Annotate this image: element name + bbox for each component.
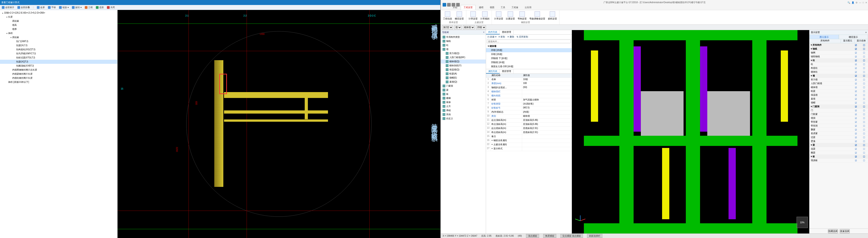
left-3d-viewport[interactable]: 2-1 2-2 2-D·2-C 15 1300 600 3200 感谢他把我 当… <box>118 10 440 238</box>
property-row[interactable]: 16+ 钢筋业务属性 <box>486 139 572 143</box>
display-row[interactable]: 构造柱☑☐ <box>809 66 868 70</box>
nav-item[interactable]: 常用构件类型 <box>441 35 486 39</box>
ribbon-button[interactable]: 计算设置 <box>469 11 477 20</box>
search-icon[interactable]: 🔍 <box>847 1 850 4</box>
nav-item[interactable]: 墙帽(E) <box>441 76 486 80</box>
close-icon[interactable]: ✕ <box>865 1 867 4</box>
nav-item[interactable]: 轴线 <box>441 39 486 43</box>
component-select[interactable]: 20墙 <box>476 25 486 29</box>
tab-element-display[interactable]: 图元显示 <box>809 35 839 39</box>
tree-row[interactable]: ▾体积 <box>0 31 117 35</box>
component-item[interactable]: 20隔墙 下 [外墙] <box>486 56 572 60</box>
qat-redo-icon[interactable] <box>456 3 460 6</box>
view-3d[interactable]: 三维 <box>85 6 93 9</box>
display-row[interactable]: 幕墙☑☐ <box>809 97 868 101</box>
ribbon-tab[interactable]: 工程量 <box>508 5 521 10</box>
tree-row[interactable]: 内墙两侧钢丝网片总长度 <box>0 68 117 72</box>
ribbon-tab[interactable]: 工程设置 <box>461 5 475 10</box>
component-item[interactable]: 屋面女儿墙-100 [外墙] <box>486 64 572 68</box>
floor-select[interactable]: 第2层 <box>442 25 453 29</box>
right-3d-viewport[interactable]: 10% <box>572 30 809 234</box>
component-search-input[interactable] <box>487 39 571 43</box>
nav-item[interactable]: 梁 <box>441 88 486 92</box>
property-row[interactable]: 11起点顶标高(m)层顶标高(5.86) <box>486 119 572 123</box>
property-row[interactable]: 3轴线距左墙皮...(50) <box>486 86 572 90</box>
display-row[interactable]: 人防门框墙☑☐ <box>809 82 868 86</box>
property-row[interactable]: 27+ 显示样式 <box>486 147 572 151</box>
display-row[interactable]: ▾ 所有构件☑☐ <box>809 43 868 47</box>
display-row[interactable]: ▾ 梁☑☐ <box>809 143 868 147</box>
display-row[interactable]: ▾ 门窗洞☑☐ <box>809 105 868 109</box>
display-row[interactable]: 墙洞☑☐ <box>809 116 868 120</box>
display-row[interactable]: 砌体柱☑☐ <box>809 70 868 74</box>
snap-toggle[interactable]: 交点捕捉 顶点捕捉 <box>560 234 583 238</box>
ribbon-button[interactable]: 弯曲调整值设置 <box>529 11 545 20</box>
tree-row[interactable]: 内墙梁钢丝网片长度 <box>0 72 117 76</box>
view-reset[interactable]: 还原 <box>96 6 104 9</box>
hide-selection-button[interactable]: 隐藏选择 <box>828 229 838 233</box>
tree-row[interactable]: 扣梁(XLTJ) <box>0 43 117 48</box>
view-fullscreen[interactable]: 全屏 <box>37 6 45 9</box>
nav-item[interactable]: 自定义 <box>441 117 486 121</box>
view-close[interactable]: 关闭 <box>107 6 115 9</box>
tab-drawing-mgmt[interactable]: 图纸管理 <box>500 30 514 34</box>
property-row[interactable]: 4砌体高栏 <box>486 90 572 94</box>
ribbon-tab[interactable]: 工具 <box>498 5 508 10</box>
panel-close-icon[interactable]: × <box>865 31 867 34</box>
tree-row[interactable]: 墙高 <box>0 23 117 27</box>
tree-row[interactable]: 墙厚 <box>0 27 117 31</box>
zoom-indicator[interactable]: 10% <box>797 217 808 228</box>
ribbon-button[interactable]: 工程信息 <box>443 11 452 20</box>
property-row[interactable]: 6材质加气混凝土砌块 <box>486 98 572 102</box>
component-item[interactable]: 20隔墙 [外墙] <box>486 60 572 64</box>
ribbon-tab[interactable]: 视图 <box>487 5 497 10</box>
display-row[interactable]: 柱☑☐ <box>809 62 868 66</box>
snap-toggle[interactable]: 顶点捕捉 <box>526 234 539 238</box>
property-row[interactable]: 9内/外墙标志(内墙) <box>486 110 572 115</box>
display-row[interactable]: 墙帽☑☐ <box>809 101 868 105</box>
user-icon[interactable]: 👤 <box>851 1 854 4</box>
nav-item[interactable]: 人防门框墙(RF) <box>441 55 486 59</box>
tree-row[interactable]: 扣梁(XQTJ) <box>0 60 117 64</box>
tree-row[interactable]: 扣砼过梁(XTGLTJ) <box>0 56 117 60</box>
display-row[interactable]: 剪力墙☑☐ <box>809 78 868 82</box>
display-row[interactable]: 保温墙☑☐ <box>809 93 868 97</box>
tree-row[interactable]: ▾原始量 <box>0 35 117 39</box>
subcategory-select[interactable]: 砌体墙 <box>463 25 475 29</box>
ribbon-tabs[interactable]: 开始工程设置建模视图工具工程量云应用 <box>441 5 868 10</box>
nav-item[interactable]: 保温墙(Q) <box>441 68 486 72</box>
display-row[interactable]: 门联窗☑☐ <box>809 113 868 116</box>
qat-save-icon[interactable] <box>447 3 451 6</box>
property-row[interactable]: 8砂浆标号(M2.5) <box>486 106 572 110</box>
nav-item[interactable]: 其他 <box>441 113 486 117</box>
display-row[interactable]: 飘窗☑☐ <box>809 128 868 132</box>
display-row[interactable]: ▾ 轴线☑☐ <box>809 47 868 51</box>
property-row[interactable]: 1名称10墙 <box>486 78 572 82</box>
ribbon-button[interactable]: 计算设置 <box>494 11 503 20</box>
display-row[interactable]: 壁龛☑☐ <box>809 139 868 143</box>
display-row[interactable]: ▾ 柱☑☐ <box>809 59 868 62</box>
component-item[interactable]: 20墙 [内墙] <box>486 48 572 52</box>
tree-row[interactable]: ▸10墙<2-2+128,2-E-60><2-2+9,2-D+268> <box>0 11 117 15</box>
category-select[interactable]: 墙 <box>454 25 462 29</box>
tree-row[interactable]: 扣圈顶板(XXBTJ) <box>0 64 117 68</box>
tree-row[interactable]: 体积 [原值3.6米以下] <box>0 80 117 84</box>
collapse-all-button[interactable]: 全部折叠 <box>18 6 30 9</box>
property-row[interactable]: 14终点底标高(m)层底标高(2.91) <box>486 131 572 135</box>
tree-row[interactable]: 扣构造柱(XGZZTJ) <box>0 48 117 52</box>
batch-select-button[interactable]: 批量选择 <box>840 229 850 233</box>
display-row[interactable]: ▾ 板☑☐ <box>809 155 868 158</box>
display-row[interactable]: 老虎窗☑☐ <box>809 132 868 136</box>
property-row[interactable]: 7砂浆类型(水泥砂浆) <box>486 102 572 106</box>
axis-gizmo-icon[interactable] <box>575 215 586 226</box>
maximize-icon[interactable]: □ <box>863 1 864 4</box>
display-row[interactable]: 圈梁☑☐ <box>809 151 868 155</box>
nav-item[interactable]: 暗梁(A) <box>441 72 486 76</box>
tab-props[interactable]: 属性列表 <box>486 69 500 73</box>
display-row[interactable]: 过梁☑☐ <box>809 136 868 139</box>
ribbon-tab[interactable]: 云应用 <box>522 5 534 10</box>
component-item[interactable]: 10墙 [内墙] <box>486 52 572 56</box>
delete-button[interactable]: ✕ 删除 <box>507 35 514 38</box>
ribbon-button[interactable]: 比重设置 <box>506 11 515 20</box>
ribbon-button[interactable]: 计算规则 <box>480 11 489 20</box>
